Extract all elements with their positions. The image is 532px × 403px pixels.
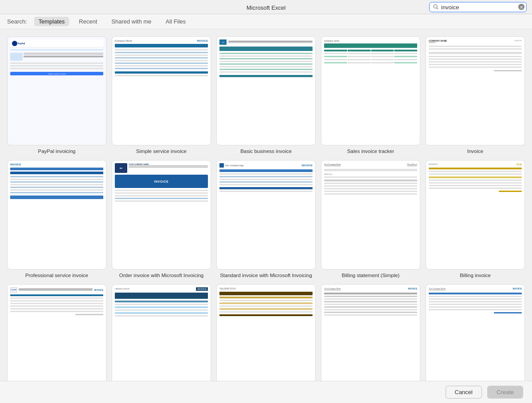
- template-thumbnail: company name: [321, 36, 420, 145]
- template-item[interactable]: INVOICE Professional service invoice: [7, 160, 106, 278]
- template-thumbnail: Your Company Name INVOICE: [321, 284, 420, 381]
- template-thumbnail: [Company Name] INVOICE: [112, 36, 211, 145]
- template-label: Simple service invoice: [135, 148, 188, 155]
- template-thumbnail: TAILSPIN TOYS: [216, 284, 316, 381]
- filter-bar: Search: Templates Recent Shared with me …: [0, 14, 532, 29]
- filter-templates[interactable]: Templates: [34, 17, 69, 26]
- templates-grid: PayPal Create in: [7, 36, 525, 381]
- template-item[interactable]: Your Company Name Phone/Fax # Statement: [321, 160, 420, 278]
- template-thumbnail: Your Company Name Phone/Fax # Statement: [321, 160, 420, 269]
- template-item[interactable]: MS YOUR COMPANY NAME INVOICE: [112, 160, 211, 278]
- template-item[interactable]: [Company Name] INVOICE Simple serv: [112, 36, 211, 155]
- filter-all-files[interactable]: All Files: [161, 17, 191, 26]
- svg-point-0: [434, 5, 437, 8]
- template-thumbnail: CANDIES GROUP INVOICE: [112, 284, 211, 381]
- title-bar: Microsoft Excel ✕: [0, 0, 532, 14]
- template-label: Billing statement (Simple): [341, 272, 400, 279]
- create-button[interactable]: Create: [487, 386, 523, 399]
- template-item[interactable]: TAILSPIN TOYS Commercial invoice: [216, 284, 316, 381]
- template-item[interactable]: INVOICE D 75.50 Billing invoice: [426, 160, 525, 278]
- template-label: Billing invoice: [459, 272, 492, 279]
- template-label: Sales invoice tracker: [346, 148, 395, 155]
- template-item[interactable]: Your Company Name INVOICE In: [321, 284, 420, 381]
- template-item[interactable]: Your company logo INVOICE Standard invoi…: [216, 160, 316, 278]
- search-input[interactable]: [441, 4, 516, 10]
- template-item[interactable]: LOGO INVOICE: [7, 284, 106, 381]
- template-item[interactable]: PayPal Create in: [7, 36, 106, 155]
- footer-bar: Cancel Create: [0, 381, 532, 403]
- search-bar-area: ✕: [429, 2, 527, 12]
- template-item[interactable]: Your Company Name INVOICE: [426, 284, 525, 381]
- template-item[interactable]: CANDIES GROUP INVOICE Basic invoice: [112, 284, 211, 381]
- template-thumbnail: LOGO INVOICE: [7, 284, 106, 381]
- template-label: Order invoice with Microsoft Invoicing: [118, 272, 204, 279]
- template-label: Standard invoice with Microsoft Invoicin…: [219, 272, 313, 279]
- template-thumbnail: Your company logo INVOICE: [216, 160, 316, 269]
- template-thumbnail: INVOICE D 75.50: [426, 160, 525, 269]
- filter-shared[interactable]: Shared with me: [107, 17, 156, 26]
- clear-search-button[interactable]: ✕: [518, 4, 524, 10]
- app-title: Microsoft Excel: [246, 4, 286, 11]
- template-label: Basic business invoice: [239, 148, 293, 155]
- template-thumbnail: MS YOUR COMPANY NAME INVOICE: [112, 160, 211, 269]
- template-thumbnail: COMPANY NAME INVOICE: [426, 36, 525, 145]
- svg-line-1: [437, 8, 438, 9]
- template-label: PayPal invoicing: [37, 148, 76, 155]
- template-thumbnail: PayPal Create in: [7, 36, 106, 145]
- template-thumbnail: CO: [216, 36, 316, 145]
- template-label: Professional service invoice: [24, 272, 89, 279]
- filter-label: Search:: [7, 18, 27, 25]
- template-item[interactable]: CO: [216, 36, 316, 155]
- cancel-button[interactable]: Cancel: [446, 386, 482, 399]
- template-thumbnail: INVOICE: [7, 160, 106, 269]
- template-label: Invoice: [466, 148, 484, 155]
- content-area: PayPal Create in: [0, 29, 532, 381]
- template-item[interactable]: company name: [321, 36, 420, 155]
- template-item[interactable]: COMPANY NAME INVOICE: [426, 36, 525, 155]
- filter-recent[interactable]: Recent: [74, 17, 102, 26]
- search-input-wrap: ✕: [429, 2, 527, 12]
- search-icon: [433, 4, 438, 10]
- template-thumbnail: Your Company Name INVOICE: [426, 284, 525, 381]
